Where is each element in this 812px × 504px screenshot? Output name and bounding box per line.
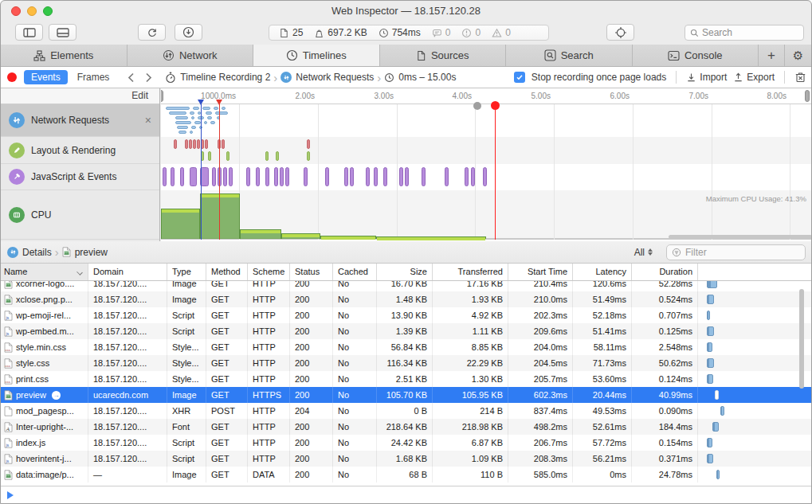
search-input[interactable]: Search (685, 25, 804, 41)
column-header-size[interactable]: Size (377, 264, 433, 280)
column-header-type[interactable]: Type (167, 264, 206, 280)
events-mode-button[interactable]: Events (24, 70, 68, 84)
ruler-gridline (475, 88, 476, 240)
console-prompt-bar[interactable] (1, 486, 811, 503)
goto-arrow-icon[interactable]: → (52, 391, 61, 400)
timeline-track-network[interactable]: Network Requests× (1, 104, 159, 137)
selection-handle-dot[interactable] (473, 102, 481, 110)
script-event-bar (405, 167, 409, 186)
stop-recording-checkbox[interactable] (514, 72, 525, 83)
script-event-bar (223, 167, 227, 186)
network-request-bar (206, 111, 212, 115)
cell-size: 56.84 KB (377, 339, 433, 355)
table-row[interactable]: preview→ucarecdn.comImageGETHTTPS200No10… (1, 387, 811, 403)
tab-elements[interactable]: Elements (1, 45, 127, 66)
breadcrumb-time-range[interactable]: 0ms – 15.00s (384, 72, 456, 83)
column-header-duration[interactable]: Duration (632, 264, 698, 280)
column-header-latency[interactable]: Latency (573, 264, 632, 280)
table-row[interactable]: cssstyle.min.css18.157.120....Style...GE… (1, 339, 811, 355)
ruler-gridline (318, 88, 319, 240)
record-button[interactable] (7, 72, 17, 82)
column-header-cached[interactable]: Cached (333, 264, 377, 280)
element-picker-button[interactable] (606, 24, 634, 41)
tab-sources[interactable]: Sources (380, 45, 507, 66)
clear-timeline-button[interactable] (794, 72, 806, 84)
timeline-track-cpu[interactable]: CPU (1, 190, 159, 240)
resource-name: wp-emoji-rel... (16, 307, 71, 323)
download-webarchive-button[interactable] (175, 24, 202, 41)
export-button[interactable]: Export (733, 72, 775, 83)
settings-gear-icon[interactable]: ⚙ (785, 45, 811, 66)
cell-status: 200 (290, 307, 333, 323)
network-requests-table: NameDomainTypeMethodSchemeStatusCachedSi… (1, 264, 811, 486)
tab-timelines[interactable]: Timelines (253, 45, 380, 66)
stat-errors[interactable]: 0 (461, 27, 481, 38)
timeline-ruler[interactable]: 1000.0ms2.00s3.00s4.00s5.00s6.00s7.00s8.… (161, 88, 811, 104)
table-row[interactable]: xclose.png.p...18.157.120....ImageGETHTT… (1, 291, 811, 307)
ruler-left-handle[interactable] (161, 90, 163, 102)
layout-lane (161, 137, 811, 164)
table-vertical-scrollbar[interactable] (799, 289, 804, 389)
back-button[interactable] (122, 72, 139, 83)
table-row[interactable]: cssstyle.css18.157.120....Style...GETHTT… (1, 355, 811, 371)
column-header-name[interactable]: Name (1, 264, 88, 280)
timeline-graph[interactable]: 1000.0ms2.00s3.00s4.00s5.00s6.00s7.00s8.… (161, 88, 811, 241)
network-request-bar (178, 131, 186, 134)
frames-mode-button[interactable]: Frames (77, 72, 110, 83)
column-header-method[interactable]: Method (206, 264, 248, 280)
script-event-bar (483, 167, 487, 186)
filter-input[interactable]: Filter (666, 244, 806, 260)
column-header-scheme[interactable]: Scheme (248, 264, 290, 280)
stat-transfer-size[interactable]: 697.2 KB (314, 27, 367, 38)
edit-tracks-button[interactable]: Edit (1, 88, 159, 104)
table-row[interactable]: jswp-embed.m...18.157.120....ScriptGETHT… (1, 323, 811, 339)
table-row[interactable]: jsindex.js18.157.120....ScriptGETHTTP200… (1, 435, 811, 451)
table-row[interactable]: jshoverintent-j...18.157.120....ScriptGE… (1, 451, 811, 467)
column-header-transferred[interactable]: Transferred (433, 264, 508, 280)
column-header-status[interactable]: Status (290, 264, 333, 280)
new-tab-button[interactable]: + (759, 45, 785, 66)
details-breadcrumb-selection[interactable]: preview (75, 247, 108, 258)
details-breadcrumb-root[interactable]: Details (22, 247, 52, 258)
cell-waterfall (698, 403, 811, 419)
reload-page-button[interactable] (138, 24, 166, 41)
import-button[interactable]: Import (686, 72, 727, 83)
table-row[interactable]: cssprint.css18.157.120....Style...GETHTT… (1, 371, 811, 387)
ruler-right-handle[interactable] (805, 90, 810, 102)
column-header-start[interactable]: Start Time (508, 264, 573, 280)
stat-resources[interactable]: 25 (279, 27, 303, 38)
table-row[interactable]: data:image/p...—ImageGETDATA200No68 B110… (1, 467, 811, 483)
dock-bottom-button[interactable] (49, 24, 76, 41)
scope-filter-dropdown[interactable]: All (634, 247, 653, 258)
resource-name: preview (16, 387, 46, 403)
resource-name: wp-embed.m... (16, 323, 74, 339)
forward-button[interactable] (139, 72, 157, 83)
dock-side-button[interactable] (15, 24, 43, 41)
cell-scheme: HTTP (248, 371, 290, 387)
column-header-waterfall[interactable] (698, 264, 811, 280)
cell-type: Script (167, 307, 206, 323)
breadcrumb-view[interactable]: Network Requests (280, 72, 374, 83)
table-row[interactable]: xcorner-logo....18.157.120....ImageGETHT… (1, 281, 811, 291)
stat-transfer-size-value: 697.2 KB (328, 27, 367, 38)
network-request-bar (175, 121, 191, 124)
close-track-button[interactable]: × (145, 114, 151, 127)
column-header-label: Scheme (253, 267, 284, 276)
timeline-track-layout[interactable]: Layout & Rendering (1, 137, 159, 164)
stat-logs[interactable]: 0 (432, 27, 451, 38)
table-row[interactable]: AInter-upright-...18.157.120....FontGETH… (1, 419, 811, 435)
tab-network[interactable]: Network (127, 45, 254, 66)
tab-search[interactable]: Search (506, 45, 633, 66)
column-header-domain[interactable]: Domain (88, 264, 167, 280)
timeline-horizontal-scrollbar[interactable] (669, 235, 811, 239)
stat-load-time[interactable]: 754ms (379, 27, 421, 38)
stat-issues[interactable]: 0 (492, 27, 511, 38)
cell-duration: 0.154ms (632, 435, 698, 451)
current-time-scrubber[interactable] (491, 101, 500, 110)
ruler-tick-label: 4.00s (418, 92, 472, 100)
breadcrumb-recording[interactable]: Timeline Recording 2 (165, 72, 270, 84)
table-row[interactable]: jswp-emoji-rel...18.157.120....ScriptGET… (1, 307, 811, 323)
tab-console[interactable]: Console (633, 45, 759, 66)
timeline-track-js[interactable]: JavaScript & Events (1, 164, 159, 190)
table-row[interactable]: mod_pagesp...18.157.120....XHRPOSTHTTP20… (1, 403, 811, 419)
